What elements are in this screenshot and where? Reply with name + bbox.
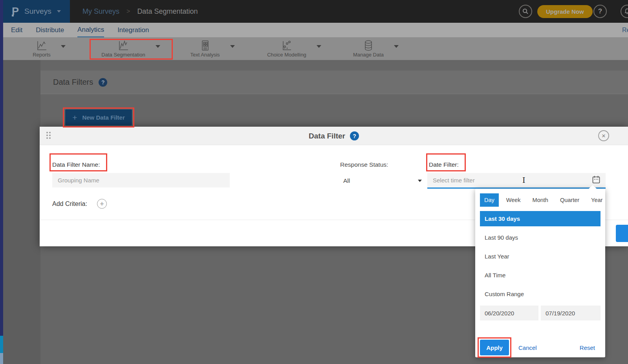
chevron-down-icon[interactable] bbox=[61, 45, 66, 48]
window-edge-light bbox=[0, 353, 3, 364]
help-button[interactable]: ? bbox=[593, 5, 607, 18]
period-tab-year[interactable]: Year bbox=[587, 193, 607, 207]
data-filter-name-label: Data Filter Name: bbox=[52, 161, 100, 168]
chevron-down-icon bbox=[57, 10, 61, 13]
search-button[interactable] bbox=[519, 5, 532, 18]
search-icon bbox=[522, 8, 529, 15]
reset-button[interactable]: Reset bbox=[580, 344, 595, 351]
panel-header: Data Filters ? bbox=[40, 71, 628, 94]
option-custom-range[interactable]: Custom Range bbox=[480, 286, 601, 302]
tab-distribute[interactable]: Distribute bbox=[36, 23, 64, 37]
toolbar-item-text-analysis[interactable]: Text Analysis bbox=[172, 37, 253, 60]
date-filter-label: Date Filter: bbox=[429, 161, 459, 168]
date-filter-input[interactable] bbox=[427, 173, 592, 187]
custom-range-dates bbox=[480, 306, 601, 320]
toolbar-item-manage-data[interactable]: Manage Data bbox=[335, 37, 417, 60]
plus-icon: + bbox=[72, 113, 77, 122]
response-status-select[interactable]: All bbox=[343, 176, 422, 186]
start-date-input[interactable] bbox=[480, 306, 538, 320]
plus-circle-icon: + bbox=[100, 200, 104, 208]
help-icon: ? bbox=[598, 7, 602, 15]
response-status-label: Response Status: bbox=[340, 161, 388, 168]
option-last-year[interactable]: Last Year bbox=[480, 249, 601, 264]
new-data-filter-label: New Data Filter bbox=[82, 114, 125, 121]
period-tab-quarter[interactable]: Quarter bbox=[556, 193, 584, 207]
page-title: Data Filters bbox=[53, 78, 93, 87]
help-icon[interactable]: ? bbox=[350, 131, 359, 140]
bell-icon bbox=[624, 8, 628, 15]
database-icon bbox=[362, 40, 375, 51]
tab-integration[interactable]: Integration bbox=[117, 23, 149, 37]
app-screen: P Surveys My Surveys > Data Segmentation… bbox=[0, 0, 628, 364]
period-tabs: Day Week Month Quarter Year bbox=[480, 193, 601, 207]
scatter-chart-icon bbox=[280, 40, 293, 51]
top-navbar: P Surveys My Surveys > Data Segmentation… bbox=[3, 0, 628, 23]
text-cursor-icon: I bbox=[522, 176, 525, 184]
notifications-button[interactable] bbox=[621, 5, 628, 18]
add-criteria-button[interactable]: + bbox=[97, 199, 107, 209]
period-tab-week[interactable]: Week bbox=[502, 193, 525, 207]
analytics-toolbar: Reports Data Segmentation bbox=[3, 37, 628, 60]
dropdown-notch bbox=[589, 185, 597, 189]
toolbar-item-label: Text Analysis bbox=[190, 52, 220, 58]
toolbar-item-label: Manage Data bbox=[353, 52, 384, 58]
option-last-90-days[interactable]: Last 90 days bbox=[480, 230, 601, 245]
line-chart-icon bbox=[117, 40, 130, 51]
cancel-button[interactable]: Cancel bbox=[518, 344, 537, 351]
data-filter-name-input[interactable] bbox=[52, 173, 230, 187]
add-criteria-label: Add Criteria: bbox=[52, 200, 87, 207]
option-all-time[interactable]: All Time bbox=[480, 268, 601, 283]
logo-dot bbox=[12, 15, 14, 16]
modal-header: Data Filter ? ✕ bbox=[40, 127, 628, 145]
modal-save-button-clipped[interactable] bbox=[616, 225, 628, 242]
dropdown-actions: Apply Cancel Reset bbox=[480, 340, 601, 355]
responses-link-clipped[interactable]: Res bbox=[622, 27, 628, 34]
calendar-icon[interactable] bbox=[592, 175, 601, 186]
chevron-down-icon bbox=[418, 180, 422, 182]
breadcrumb-parent[interactable]: My Surveys bbox=[82, 7, 119, 16]
apply-button[interactable]: Apply bbox=[480, 340, 509, 355]
modal-title: Data Filter bbox=[309, 132, 345, 140]
end-date-input[interactable] bbox=[541, 306, 601, 320]
help-icon[interactable]: ? bbox=[99, 78, 107, 87]
chevron-down-icon[interactable] bbox=[317, 45, 321, 48]
chevron-down-icon[interactable] bbox=[156, 45, 160, 48]
toolbar-item-choice-modelling[interactable]: Choice Modelling bbox=[253, 37, 335, 60]
period-tab-month[interactable]: Month bbox=[528, 193, 553, 207]
response-status-value: All bbox=[343, 177, 350, 184]
breadcrumb-separator-icon: > bbox=[126, 8, 130, 15]
window-edge-strip bbox=[0, 0, 3, 364]
chevron-down-icon[interactable] bbox=[230, 45, 235, 48]
toolbar-item-label: Reports bbox=[33, 52, 51, 58]
line-chart-icon bbox=[35, 40, 48, 51]
tab-analytics[interactable]: Analytics bbox=[77, 23, 104, 37]
breadcrumb-current: Data Segmentation bbox=[137, 7, 198, 16]
toolbar-item-label: Choice Modelling bbox=[267, 52, 306, 58]
period-tab-day[interactable]: Day bbox=[480, 193, 499, 207]
window-edge-teal bbox=[0, 336, 3, 353]
product-menu-label: Surveys bbox=[24, 7, 51, 16]
document-grid-icon bbox=[198, 40, 212, 51]
date-filter-field: I bbox=[427, 173, 606, 189]
toolbar-item-data-segmentation[interactable]: Data Segmentation bbox=[90, 37, 172, 60]
toolbar-item-label: Data Segmentation bbox=[101, 52, 145, 58]
close-icon: ✕ bbox=[602, 133, 606, 139]
date-filter-dropdown: Day Week Month Quarter Year Last 30 days… bbox=[475, 189, 605, 357]
chevron-down-icon[interactable] bbox=[394, 45, 399, 48]
option-last-30-days[interactable]: Last 30 days bbox=[480, 211, 601, 226]
new-data-filter-button[interactable]: + New Data Filter bbox=[65, 109, 132, 126]
breadcrumb: My Surveys > Data Segmentation bbox=[82, 0, 198, 23]
close-button[interactable]: ✕ bbox=[598, 130, 609, 141]
tab-edit[interactable]: Edit bbox=[11, 23, 22, 37]
product-menu[interactable]: P Surveys bbox=[3, 0, 70, 23]
toolbar-item-reports[interactable]: Reports bbox=[8, 37, 90, 60]
survey-tabs: Edit Distribute Analytics Integration Re… bbox=[3, 23, 628, 37]
upgrade-now-button[interactable]: Upgrade Now bbox=[537, 5, 593, 18]
